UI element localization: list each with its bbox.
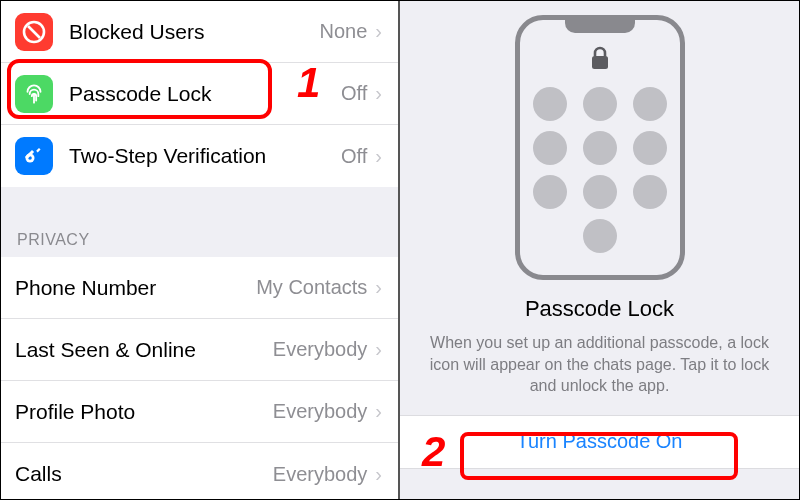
chevron-right-icon: › xyxy=(375,338,382,361)
phone-illustration xyxy=(515,15,685,280)
passcode-description: When you set up an additional passcode, … xyxy=(400,332,799,397)
row-label: Blocked Users xyxy=(69,20,320,44)
svg-line-1 xyxy=(28,26,40,38)
chevron-right-icon: › xyxy=(375,82,382,105)
turn-passcode-on-label: Turn Passcode On xyxy=(516,430,682,453)
row-label: Profile Photo xyxy=(15,400,273,424)
chevron-right-icon: › xyxy=(375,145,382,168)
chevron-right-icon: › xyxy=(375,20,382,43)
row-blocked-users[interactable]: Blocked Users None › xyxy=(1,1,398,63)
blocked-icon xyxy=(15,13,53,51)
row-label: Phone Number xyxy=(15,276,256,300)
row-label: Last Seen & Online xyxy=(15,338,273,362)
fingerprint-icon xyxy=(15,75,53,113)
svg-rect-6 xyxy=(592,56,608,69)
row-profile-photo[interactable]: Profile Photo Everybody › xyxy=(1,381,398,443)
row-value: Off xyxy=(341,145,367,168)
row-value: Off xyxy=(341,82,367,105)
row-label: Calls xyxy=(15,462,273,486)
row-value: My Contacts xyxy=(256,276,367,299)
row-value: None xyxy=(320,20,368,43)
row-phone-number[interactable]: Phone Number My Contacts › xyxy=(1,257,398,319)
security-group: Blocked Users None › Passcode Lock Off ›… xyxy=(1,1,398,187)
passcode-title: Passcode Lock xyxy=(525,296,674,322)
settings-pane: Blocked Users None › Passcode Lock Off ›… xyxy=(1,1,400,499)
row-value: Everybody xyxy=(273,400,368,423)
chevron-right-icon: › xyxy=(375,463,382,486)
row-value: Everybody xyxy=(273,463,368,486)
turn-passcode-on-row[interactable]: Turn Passcode On xyxy=(400,415,799,469)
row-value: Everybody xyxy=(273,338,368,361)
privacy-group: Phone Number My Contacts › Last Seen & O… xyxy=(1,257,398,500)
section-gap xyxy=(1,187,398,223)
svg-rect-5 xyxy=(36,148,40,152)
annotation-step-1: 1 xyxy=(297,59,320,107)
keypad-illustration xyxy=(533,87,667,253)
annotation-step-2: 2 xyxy=(422,428,445,476)
privacy-header: PRIVACY xyxy=(1,223,398,257)
key-icon xyxy=(15,137,53,175)
row-two-step-verification[interactable]: Two-Step Verification Off › xyxy=(1,125,398,187)
chevron-right-icon: › xyxy=(375,400,382,423)
row-calls[interactable]: Calls Everybody › xyxy=(1,443,398,500)
row-passcode-lock[interactable]: Passcode Lock Off › xyxy=(1,63,398,125)
lock-icon xyxy=(589,45,611,71)
phone-notch xyxy=(565,19,635,33)
passcode-lock-pane: Passcode Lock When you set up an additio… xyxy=(400,1,799,499)
row-label: Two-Step Verification xyxy=(69,144,341,168)
row-last-seen[interactable]: Last Seen & Online Everybody › xyxy=(1,319,398,381)
chevron-right-icon: › xyxy=(375,276,382,299)
